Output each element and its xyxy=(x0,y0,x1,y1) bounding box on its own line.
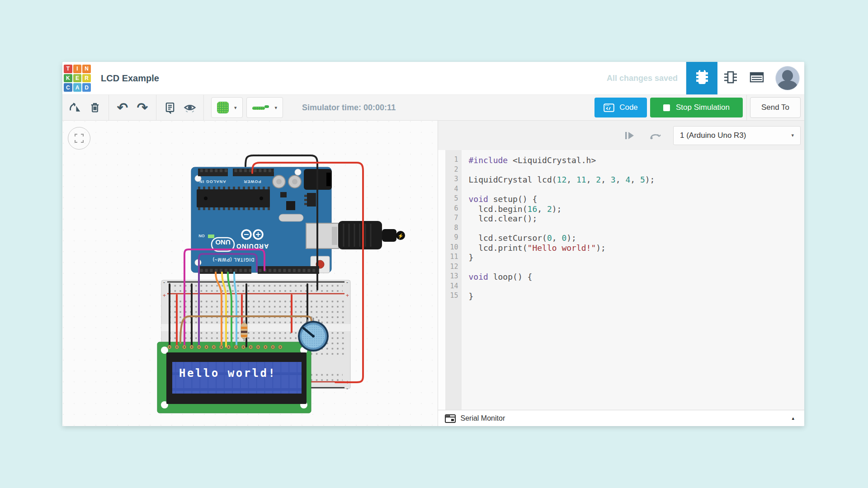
simulator-time: Simulator time: 00:00:11 xyxy=(302,103,396,113)
stop-button-label: Stop Simulation xyxy=(676,103,730,112)
line-number: 11 xyxy=(445,253,462,263)
power-label: POWER xyxy=(243,179,261,184)
board-select-dropdown[interactable]: 1 (Arduino Uno R3) ▾ xyxy=(673,126,801,145)
code-line[interactable]: void setup() { xyxy=(469,194,805,204)
line-number: 9 xyxy=(445,233,462,243)
notes-icon xyxy=(164,101,176,114)
logo-tile: D xyxy=(82,83,91,92)
undo-icon: ↶ xyxy=(117,98,128,117)
chevron-down-icon: ▾ xyxy=(275,105,278,111)
digital-label: DIGITAL (PWM~) xyxy=(212,257,255,262)
code-line[interactable] xyxy=(469,263,805,272)
code-line[interactable]: void loop() { xyxy=(469,272,805,282)
code-line[interactable]: lcd.setCursor(0, 0); xyxy=(469,233,805,243)
redo-button[interactable]: ↷ xyxy=(132,98,152,117)
undo-button[interactable]: ↶ xyxy=(113,98,132,117)
code-panel-topbar: 1 (Arduino Uno R3) ▾ xyxy=(438,121,805,150)
code-line[interactable] xyxy=(469,165,805,175)
toolbar-actions: Code Stop Simulation Send To xyxy=(594,95,801,120)
code-line[interactable] xyxy=(469,282,805,292)
lcd-pin-hole xyxy=(198,347,200,348)
serial-monitor-icon xyxy=(444,413,456,424)
breadboard-view-button[interactable] xyxy=(686,62,717,94)
code-text-area[interactable]: #include <LiquidCrystal.h> LiquidCrystal… xyxy=(462,150,805,410)
code-editor[interactable]: 123456789101112131415 #include <LiquidCr… xyxy=(438,150,805,410)
visibility-button[interactable] xyxy=(180,98,200,117)
logo-tile: E xyxy=(73,74,82,83)
code-line[interactable]: #include <LiquidCrystal.h> xyxy=(469,155,805,165)
stop-simulation-button[interactable]: Stop Simulation xyxy=(650,98,743,117)
code-line[interactable]: lcd.begin(16, 2); xyxy=(469,204,805,214)
chevron-down-icon: ▾ xyxy=(234,105,237,111)
page-title: LCD Example xyxy=(101,73,159,84)
circuit-canvas[interactable]: - + - + + - ANALOG IN xyxy=(62,121,438,426)
lcd-display[interactable]: Hello world! xyxy=(157,342,311,413)
rotate-icon xyxy=(68,101,82,114)
code-button[interactable]: Code xyxy=(594,98,647,117)
send-to-label: Send To xyxy=(761,103,789,112)
logo-tile: K xyxy=(64,74,72,83)
svg-text:+: + xyxy=(163,292,166,299)
code-line[interactable]: lcd.clear(); xyxy=(469,214,805,224)
code-icon xyxy=(604,103,614,112)
send-to-button[interactable]: Send To xyxy=(750,97,801,118)
rotate-component-button[interactable] xyxy=(648,128,662,143)
delete-button[interactable] xyxy=(85,98,105,117)
code-line[interactable]: } xyxy=(469,253,805,263)
logo-tile: I xyxy=(73,65,82,73)
app-window: TINKERCAD LCD Example All changes saved xyxy=(62,62,804,426)
line-number: 5 xyxy=(445,194,462,204)
schematic-view-button[interactable] xyxy=(720,62,741,94)
line-number: 3 xyxy=(445,175,462,185)
code-panel: 1 (Arduino Uno R3) ▾ 1234567891011121314… xyxy=(438,121,805,426)
toolbar-separator xyxy=(203,95,204,120)
component-list-button[interactable] xyxy=(746,62,768,94)
lcd-pin-hole xyxy=(191,347,192,348)
resistor[interactable] xyxy=(241,320,247,341)
stop-icon xyxy=(663,104,670,111)
header: TINKERCAD LCD Example All changes saved xyxy=(62,62,804,94)
serial-monitor-bar[interactable]: Serial Monitor ▴ xyxy=(438,410,805,426)
analog-in-label: ANALOG IN xyxy=(199,179,226,184)
svg-text:+: + xyxy=(346,292,349,299)
logo-tile: A xyxy=(73,83,82,92)
line-number: 6 xyxy=(445,204,462,214)
toolbar-separator xyxy=(156,95,156,120)
toolbar-separator xyxy=(108,95,109,120)
autosave-status: All changes saved xyxy=(607,74,678,83)
component-list-icon xyxy=(749,69,765,87)
redo-icon: ↷ xyxy=(137,98,148,117)
logo-tile: N xyxy=(82,65,91,73)
code-line[interactable] xyxy=(469,224,805,234)
notes-button[interactable] xyxy=(160,98,180,117)
code-line[interactable]: } xyxy=(469,291,805,301)
lcd-pin-hole xyxy=(279,347,281,348)
usb-cable[interactable]: ⚡ xyxy=(306,221,405,249)
avatar[interactable] xyxy=(775,66,800,90)
line-number-gutter: 123456789101112131415 xyxy=(445,150,462,410)
lcd-pin-hole xyxy=(265,347,266,348)
debug-step-button[interactable] xyxy=(623,128,637,143)
tinkercad-logo[interactable]: TINKERCAD xyxy=(64,65,91,92)
code-line[interactable]: LiquidCrystal lcd(12, 11, 2, 3, 4, 5); xyxy=(469,175,805,185)
wire-type-dropdown[interactable]: ▾ xyxy=(246,97,283,118)
arduino-uno[interactable]: ANALOG IN POWER xyxy=(191,167,332,274)
lcd-pin-hole xyxy=(272,347,274,348)
code-line[interactable]: lcd.print("Hello world!"); xyxy=(469,243,805,253)
code-line[interactable] xyxy=(469,185,805,195)
lcd-pin-hole xyxy=(176,347,178,348)
toolbar-separator xyxy=(746,95,747,120)
serial-monitor-label: Serial Monitor xyxy=(461,414,505,422)
svg-text:-: - xyxy=(346,385,348,392)
lcd-pin-hole xyxy=(169,347,170,348)
lcd-pin-hole xyxy=(184,347,185,348)
toolbar: ↶ ↷ ▾ ▾ Simulator time: 00:00:11 xyxy=(62,94,804,121)
logo-tile: C xyxy=(64,83,72,92)
component-color-dropdown[interactable]: ▾ xyxy=(211,97,243,118)
breadboard-chip-icon xyxy=(694,69,710,88)
line-number: 13 xyxy=(445,272,462,282)
collapse-caret-icon[interactable]: ▴ xyxy=(792,415,794,421)
line-number: 4 xyxy=(445,185,462,195)
rotate-button[interactable] xyxy=(65,98,85,117)
schematic-view-icon xyxy=(722,69,739,87)
